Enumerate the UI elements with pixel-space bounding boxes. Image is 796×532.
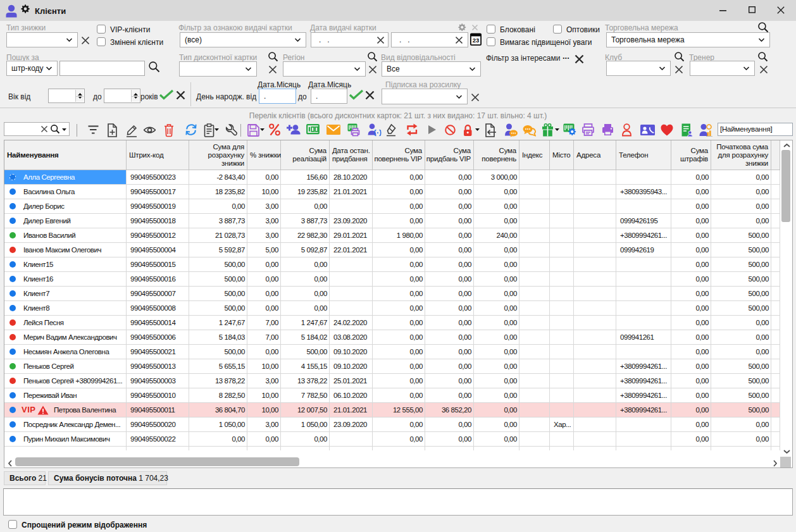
svg-text:23: 23 <box>473 37 480 44</box>
